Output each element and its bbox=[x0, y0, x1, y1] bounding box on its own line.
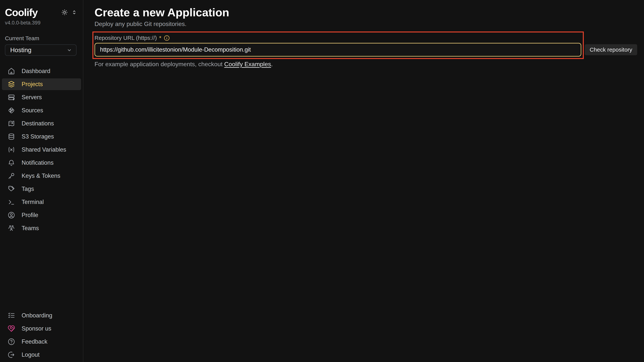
home-icon bbox=[8, 67, 15, 75]
sidebar-item-label: Dashboard bbox=[22, 68, 50, 75]
sidebar-item-label: Onboarding bbox=[22, 312, 52, 319]
sidebar-item-label: S3 Storages bbox=[22, 133, 54, 140]
layers-icon bbox=[8, 80, 15, 88]
sidebar-item-projects[interactable]: Projects bbox=[2, 78, 81, 90]
repo-url-label: Repository URL (https://) bbox=[94, 35, 157, 41]
sidebar-item-notifications[interactable]: Notifications bbox=[2, 157, 81, 169]
sidebar-item-feedback[interactable]: Feedback bbox=[2, 336, 81, 347]
sidebar-item-label: Feedback bbox=[22, 338, 47, 345]
sidebar-item-s3-storages[interactable]: S3 Storages bbox=[2, 131, 81, 142]
terminal-icon bbox=[8, 198, 15, 206]
app-version: v4.0.0-beta.399 bbox=[5, 20, 77, 26]
sidebar-item-label: Projects bbox=[22, 81, 43, 88]
sidebar-item-profile[interactable]: Profile bbox=[2, 209, 81, 221]
sidebar-item-label: Sponsor us bbox=[22, 325, 51, 332]
git-source-icon bbox=[8, 107, 15, 114]
helper-prefix: For example application deployments, che… bbox=[94, 61, 224, 68]
sidebar-nav: Dashboard Projects Servers Sources Desti… bbox=[0, 65, 83, 234]
sidebar-item-destinations[interactable]: Destinations bbox=[2, 118, 81, 129]
chevron-down-icon bbox=[66, 47, 72, 53]
sidebar: Coolify v4.0.0-beta.399 Current Team bbox=[0, 0, 83, 362]
check-repository-button[interactable]: Check repository bbox=[585, 44, 637, 55]
sidebar-item-label: Servers bbox=[22, 94, 42, 101]
helper-suffix: . bbox=[271, 61, 273, 68]
sidebar-footer-nav: Onboarding Sponsor us Feedback Logout bbox=[0, 308, 83, 362]
variable-icon bbox=[8, 146, 15, 153]
sidebar-item-logout[interactable]: Logout bbox=[2, 349, 81, 361]
sidebar-item-dashboard[interactable]: Dashboard bbox=[2, 65, 81, 77]
sidebar-item-tags[interactable]: Tags bbox=[2, 183, 81, 195]
checklist-icon bbox=[8, 312, 15, 319]
key-icon bbox=[8, 172, 15, 180]
sidebar-item-servers[interactable]: Servers bbox=[2, 91, 81, 103]
sidebar-item-keys-tokens[interactable]: Keys & Tokens bbox=[2, 170, 81, 182]
page-title: Create a new Application bbox=[94, 6, 644, 19]
theme-toggle-sun-icon[interactable] bbox=[61, 9, 68, 16]
team-switcher: Current Team Hosting bbox=[0, 35, 83, 56]
bell-icon bbox=[8, 159, 15, 166]
sidebar-item-terminal[interactable]: Terminal bbox=[2, 196, 81, 208]
sidebar-item-label: Shared Variables bbox=[22, 146, 66, 153]
server-icon bbox=[8, 94, 15, 101]
sidebar-item-sponsor-us[interactable]: Sponsor us bbox=[2, 323, 81, 334]
sidebar-item-label: Tags bbox=[22, 186, 34, 192]
instance-switcher-chevrons-icon[interactable] bbox=[71, 9, 77, 15]
repository-url-input[interactable] bbox=[94, 43, 581, 57]
sidebar-item-label: Notifications bbox=[22, 159, 54, 166]
team-select[interactable]: Hosting bbox=[5, 44, 76, 56]
sidebar-item-shared-variables[interactable]: Shared Variables bbox=[2, 144, 81, 155]
logout-icon bbox=[8, 351, 15, 358]
team-select-value: Hosting bbox=[10, 47, 32, 54]
main-content: Create a new Application Deploy any publ… bbox=[84, 0, 644, 362]
repo-url-label-row: Repository URL (https://) * bbox=[94, 34, 644, 42]
users-icon bbox=[8, 225, 15, 232]
sidebar-item-label: Terminal bbox=[22, 199, 44, 206]
sidebar-header: Coolify v4.0.0-beta.399 bbox=[0, 0, 83, 26]
helper-text: For example application deployments, che… bbox=[94, 60, 644, 68]
page-subtitle: Deploy any public Git repositories. bbox=[94, 20, 644, 28]
sidebar-item-onboarding[interactable]: Onboarding bbox=[2, 310, 81, 321]
info-icon[interactable] bbox=[164, 35, 170, 41]
coolify-app: { "app": { "name": "Coolify", "version":… bbox=[0, 0, 644, 362]
required-marker: * bbox=[159, 35, 162, 41]
sidebar-item-label: Profile bbox=[22, 212, 38, 219]
sidebar-item-label: Teams bbox=[22, 225, 39, 232]
sidebar-item-teams[interactable]: Teams bbox=[2, 222, 81, 234]
heart-handshake-icon bbox=[8, 325, 15, 332]
sidebar-item-label: Destinations bbox=[22, 120, 54, 127]
user-circle-icon bbox=[8, 211, 15, 219]
tags-icon bbox=[8, 185, 15, 193]
sidebar-item-label: Keys & Tokens bbox=[22, 172, 60, 179]
sidebar-item-label: Sources bbox=[22, 107, 43, 114]
app-logo: Coolify bbox=[5, 7, 38, 18]
help-circle-icon bbox=[8, 338, 15, 345]
sidebar-item-sources[interactable]: Sources bbox=[2, 105, 81, 116]
coolify-examples-link[interactable]: Coolify Examples bbox=[224, 61, 271, 68]
database-icon bbox=[8, 133, 15, 140]
sidebar-item-label: Logout bbox=[22, 351, 40, 358]
repo-input-row: Check repository bbox=[94, 43, 644, 57]
map-icon bbox=[8, 120, 15, 127]
current-team-label: Current Team bbox=[5, 35, 76, 42]
